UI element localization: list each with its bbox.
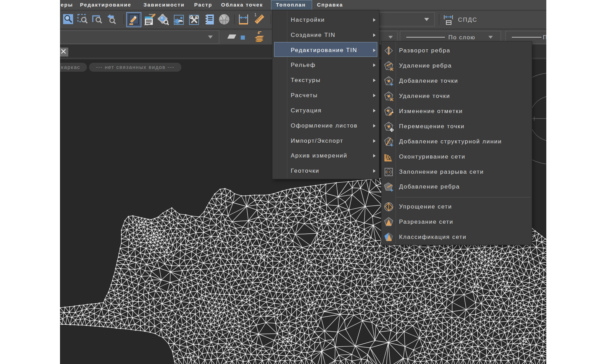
svg-text:1: 1 [254, 12, 257, 17]
svg-text:По слою: По слою [448, 34, 475, 41]
svg-text:П: П [543, 34, 546, 41]
svg-text:СПДС: СПДС [458, 17, 477, 23]
